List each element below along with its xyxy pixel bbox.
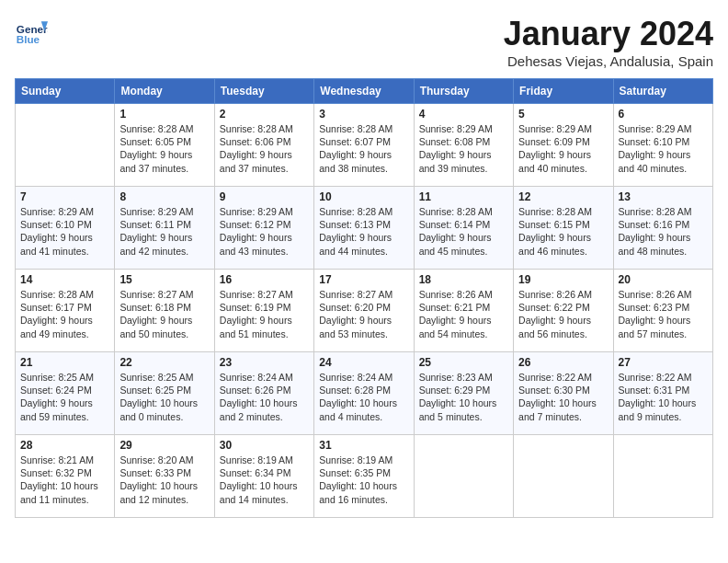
calendar-cell — [414, 435, 513, 518]
day-info: Sunrise: 8:25 AM Sunset: 6:24 PM Dayligh… — [20, 371, 109, 423]
day-info: Sunrise: 8:28 AM Sunset: 6:05 PM Dayligh… — [119, 122, 209, 175]
calendar-cell — [514, 435, 613, 518]
day-info: Sunrise: 8:26 AM Sunset: 6:22 PM Dayligh… — [518, 288, 608, 340]
day-number: 3 — [319, 108, 408, 121]
day-info: Sunrise: 8:28 AM Sunset: 6:17 PM Dayligh… — [20, 288, 109, 340]
day-number: 9 — [220, 190, 309, 203]
day-info: Sunrise: 8:28 AM Sunset: 6:13 PM Dayligh… — [319, 205, 408, 258]
day-number: 10 — [319, 190, 408, 203]
day-info: Sunrise: 8:29 AM Sunset: 6:08 PM Dayligh… — [419, 122, 508, 175]
day-info: Sunrise: 8:27 AM Sunset: 6:19 PM Dayligh… — [220, 288, 309, 340]
day-number: 18 — [419, 273, 508, 286]
day-info: Sunrise: 8:24 AM Sunset: 6:26 PM Dayligh… — [220, 371, 309, 423]
day-number: 12 — [518, 190, 608, 203]
calendar-cell: 16Sunrise: 8:27 AM Sunset: 6:19 PM Dayli… — [214, 270, 313, 352]
day-number: 4 — [419, 108, 508, 121]
calendar-cell: 8Sunrise: 8:29 AM Sunset: 6:11 PM Daylig… — [115, 187, 214, 270]
calendar-cell: 21Sunrise: 8:25 AM Sunset: 6:24 PM Dayli… — [16, 352, 115, 435]
calendar-cell: 9Sunrise: 8:29 AM Sunset: 6:12 PM Daylig… — [214, 187, 313, 270]
day-info: Sunrise: 8:28 AM Sunset: 6:14 PM Dayligh… — [419, 205, 508, 258]
day-info: Sunrise: 8:27 AM Sunset: 6:18 PM Dayligh… — [119, 288, 209, 340]
day-number: 5 — [518, 108, 608, 121]
day-number: 19 — [518, 273, 608, 286]
day-info: Sunrise: 8:20 AM Sunset: 6:33 PM Dayligh… — [119, 454, 209, 506]
day-number: 23 — [220, 356, 309, 369]
day-number: 31 — [319, 439, 408, 452]
day-number: 7 — [20, 190, 109, 203]
calendar-week-4: 21Sunrise: 8:25 AM Sunset: 6:24 PM Dayli… — [16, 352, 713, 435]
location-title: Dehesas Viejas, Andalusia, Spain — [504, 53, 713, 69]
calendar-cell: 7Sunrise: 8:29 AM Sunset: 6:10 PM Daylig… — [16, 187, 115, 270]
calendar-table: SundayMondayTuesdayWednesdayThursdayFrid… — [15, 78, 713, 518]
day-number: 14 — [20, 273, 109, 286]
day-info: Sunrise: 8:24 AM Sunset: 6:28 PM Dayligh… — [319, 371, 408, 423]
calendar-cell: 25Sunrise: 8:23 AM Sunset: 6:29 PM Dayli… — [414, 352, 513, 435]
calendar-cell: 10Sunrise: 8:28 AM Sunset: 6:13 PM Dayli… — [314, 187, 414, 270]
calendar-cell: 13Sunrise: 8:28 AM Sunset: 6:16 PM Dayli… — [613, 187, 712, 270]
calendar-cell: 2Sunrise: 8:28 AM Sunset: 6:06 PM Daylig… — [214, 104, 313, 187]
calendar-week-3: 14Sunrise: 8:28 AM Sunset: 6:17 PM Dayli… — [16, 270, 713, 352]
calendar-cell: 27Sunrise: 8:22 AM Sunset: 6:31 PM Dayli… — [613, 352, 712, 435]
day-info: Sunrise: 8:26 AM Sunset: 6:23 PM Dayligh… — [619, 288, 708, 340]
day-number: 27 — [619, 356, 708, 369]
calendar-cell — [613, 435, 712, 518]
day-info: Sunrise: 8:25 AM Sunset: 6:25 PM Dayligh… — [119, 371, 209, 423]
day-number: 8 — [119, 190, 209, 203]
day-info: Sunrise: 8:29 AM Sunset: 6:11 PM Dayligh… — [119, 205, 209, 258]
day-number: 11 — [419, 190, 508, 203]
day-number: 2 — [220, 108, 309, 121]
calendar-cell: 28Sunrise: 8:21 AM Sunset: 6:32 PM Dayli… — [16, 435, 115, 518]
day-info: Sunrise: 8:19 AM Sunset: 6:34 PM Dayligh… — [220, 454, 309, 506]
day-info: Sunrise: 8:29 AM Sunset: 6:12 PM Dayligh… — [220, 205, 309, 258]
calendar-week-5: 28Sunrise: 8:21 AM Sunset: 6:32 PM Dayli… — [16, 435, 713, 518]
day-info: Sunrise: 8:29 AM Sunset: 6:10 PM Dayligh… — [619, 122, 708, 175]
month-title: January 2024 — [504, 15, 713, 53]
day-info: Sunrise: 8:26 AM Sunset: 6:21 PM Dayligh… — [419, 288, 508, 340]
day-number: 6 — [619, 108, 708, 121]
day-info: Sunrise: 8:22 AM Sunset: 6:31 PM Dayligh… — [619, 371, 708, 423]
title-area: January 2024 Dehesas Viejas, Andalusia, … — [504, 15, 713, 69]
calendar-week-2: 7Sunrise: 8:29 AM Sunset: 6:10 PM Daylig… — [16, 187, 713, 270]
day-number: 28 — [20, 439, 109, 452]
calendar-cell: 17Sunrise: 8:27 AM Sunset: 6:20 PM Dayli… — [314, 270, 414, 352]
day-number: 26 — [518, 356, 608, 369]
calendar-cell: 24Sunrise: 8:24 AM Sunset: 6:28 PM Dayli… — [314, 352, 414, 435]
calendar-cell: 23Sunrise: 8:24 AM Sunset: 6:26 PM Dayli… — [214, 352, 313, 435]
calendar-cell — [16, 104, 115, 187]
header: General Blue January 2024 Dehesas Viejas… — [15, 15, 713, 69]
weekday-header-thursday: Thursday — [414, 79, 513, 104]
calendar-cell: 12Sunrise: 8:28 AM Sunset: 6:15 PM Dayli… — [514, 187, 613, 270]
day-number: 20 — [619, 273, 708, 286]
day-number: 1 — [119, 108, 209, 121]
calendar-cell: 5Sunrise: 8:29 AM Sunset: 6:09 PM Daylig… — [514, 104, 613, 187]
calendar-week-1: 1Sunrise: 8:28 AM Sunset: 6:05 PM Daylig… — [16, 104, 713, 187]
calendar-cell: 20Sunrise: 8:26 AM Sunset: 6:23 PM Dayli… — [613, 270, 712, 352]
weekday-header-saturday: Saturday — [613, 79, 712, 104]
day-number: 15 — [119, 273, 209, 286]
day-info: Sunrise: 8:19 AM Sunset: 6:35 PM Dayligh… — [319, 454, 408, 506]
day-number: 17 — [319, 273, 408, 286]
day-number: 30 — [220, 439, 309, 452]
weekday-header-sunday: Sunday — [16, 79, 115, 104]
day-number: 29 — [119, 439, 209, 452]
logo-icon: General Blue — [15, 15, 48, 48]
day-number: 13 — [619, 190, 708, 203]
day-info: Sunrise: 8:22 AM Sunset: 6:30 PM Dayligh… — [518, 371, 608, 423]
calendar-cell: 3Sunrise: 8:28 AM Sunset: 6:07 PM Daylig… — [314, 104, 414, 187]
calendar-cell: 15Sunrise: 8:27 AM Sunset: 6:18 PM Dayli… — [115, 270, 214, 352]
weekday-header-row: SundayMondayTuesdayWednesdayThursdayFrid… — [16, 79, 713, 104]
weekday-header-friday: Friday — [514, 79, 613, 104]
calendar-cell: 29Sunrise: 8:20 AM Sunset: 6:33 PM Dayli… — [115, 435, 214, 518]
weekday-header-tuesday: Tuesday — [214, 79, 313, 104]
calendar-cell: 30Sunrise: 8:19 AM Sunset: 6:34 PM Dayli… — [214, 435, 313, 518]
day-info: Sunrise: 8:28 AM Sunset: 6:15 PM Dayligh… — [518, 205, 608, 258]
calendar-cell: 11Sunrise: 8:28 AM Sunset: 6:14 PM Dayli… — [414, 187, 513, 270]
day-number: 24 — [319, 356, 408, 369]
calendar-cell: 4Sunrise: 8:29 AM Sunset: 6:08 PM Daylig… — [414, 104, 513, 187]
calendar-cell: 19Sunrise: 8:26 AM Sunset: 6:22 PM Dayli… — [514, 270, 613, 352]
day-info: Sunrise: 8:28 AM Sunset: 6:16 PM Dayligh… — [619, 205, 708, 258]
day-info: Sunrise: 8:28 AM Sunset: 6:07 PM Dayligh… — [319, 122, 408, 175]
calendar-cell: 31Sunrise: 8:19 AM Sunset: 6:35 PM Dayli… — [314, 435, 414, 518]
calendar-cell: 14Sunrise: 8:28 AM Sunset: 6:17 PM Dayli… — [16, 270, 115, 352]
day-info: Sunrise: 8:21 AM Sunset: 6:32 PM Dayligh… — [20, 454, 109, 506]
